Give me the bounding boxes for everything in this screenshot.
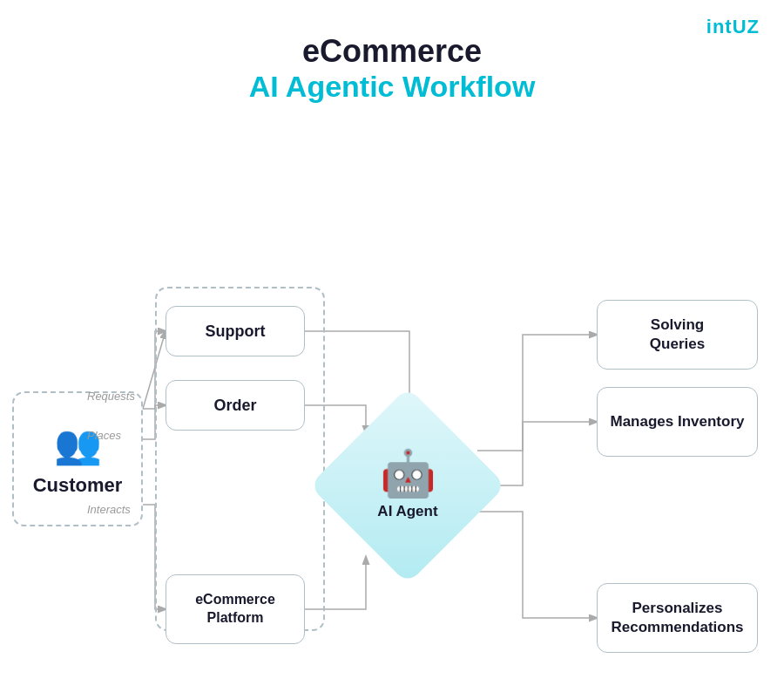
manages-inventory-box: Manages Inventory [597, 387, 758, 457]
personalizes-box: PersonalizesRecommendations [597, 583, 758, 653]
title-area: eCommerce AI Agentic Workflow [0, 0, 784, 104]
support-label: Support [206, 322, 266, 341]
platform-label: eCommercePlatform [195, 591, 275, 628]
logo: intUZ [706, 16, 760, 38]
robot-icon: 🤖 [380, 451, 436, 496]
solving-queries-label: SolvingQueries [650, 316, 705, 354]
diagram: 👥 Customer Requests Places Interacts Sup… [0, 112, 784, 699]
customer-label: Customer [33, 474, 123, 497]
places-label: Places [87, 429, 121, 442]
personalizes-label: PersonalizesRecommendations [611, 599, 743, 637]
order-label: Order [213, 397, 256, 415]
requests-label: Requests [87, 390, 135, 403]
manages-inventory-label: Manages Inventory [611, 412, 745, 431]
interacts-label: Interacts [87, 503, 131, 516]
platform-box: eCommercePlatform [166, 574, 305, 644]
solving-queries-box: SolvingQueries [597, 300, 758, 370]
order-box: Order [166, 380, 305, 431]
page-title-line2: AI Agentic Workflow [0, 70, 784, 104]
support-box: Support [166, 306, 305, 356]
logo-int: int [706, 16, 733, 37]
ai-agent-label: AI Agent [377, 503, 437, 520]
page-title-line1: eCommerce [0, 33, 784, 70]
logo-uz: UZ [733, 16, 760, 37]
ai-agent-content: 🤖 AI Agent [338, 416, 477, 555]
